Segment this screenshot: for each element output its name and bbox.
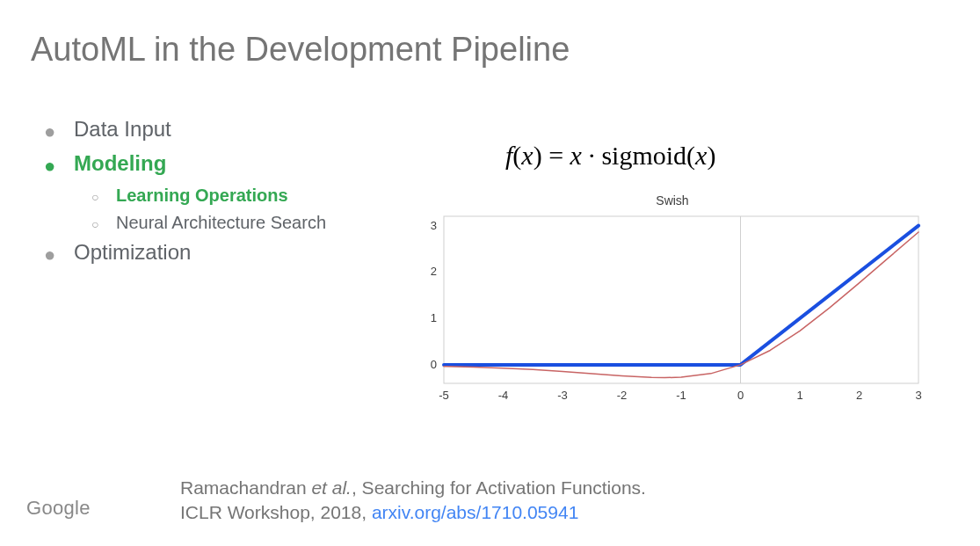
svg-text:-5: -5 xyxy=(439,389,449,402)
svg-text:3: 3 xyxy=(915,389,921,402)
bullet-label: Learning Operations xyxy=(116,183,288,208)
formula: f(x) = x · sigmoid(x) xyxy=(505,141,715,171)
bullet-label: Optimization xyxy=(74,237,191,268)
formula-eq: ) = xyxy=(534,141,570,170)
bullet-label: Neural Architecture Search xyxy=(116,210,326,236)
chart-plot: -5-4-3-2-101230123 xyxy=(417,211,927,404)
svg-rect-0 xyxy=(444,216,918,383)
subbullet-learning-operations: ○ Learning Operations xyxy=(91,183,326,208)
bullet-list: ● Data Input ● Modeling ○ Learning Opera… xyxy=(44,114,326,271)
bullet-label: Modeling xyxy=(74,149,166,179)
formula-sigmoid: sigmoid xyxy=(601,141,686,170)
subbullet-neural-architecture-search: ○ Neural Architecture Search xyxy=(91,210,326,236)
svg-text:-4: -4 xyxy=(498,389,509,402)
bullet-optimization: ● Optimization xyxy=(44,237,326,268)
bullet-ring-icon: ○ xyxy=(91,215,116,233)
citation-etal: et al. xyxy=(311,477,352,498)
svg-text:-1: -1 xyxy=(676,389,686,402)
citation-link[interactable]: arxiv.org/abs/1710.05941 xyxy=(372,502,578,522)
chart: Swish -5-4-3-2-101230123 xyxy=(417,193,927,404)
svg-text:-2: -2 xyxy=(617,389,628,402)
formula-x2: x xyxy=(570,141,582,170)
svg-text:1: 1 xyxy=(796,389,802,402)
svg-text:2: 2 xyxy=(431,265,437,278)
bullet-label: Data Input xyxy=(74,114,171,145)
bullet-dot-icon: ● xyxy=(44,118,74,146)
google-logo: Google xyxy=(26,497,91,520)
formula-x3: x xyxy=(695,141,707,170)
citation-authors: Ramachandran xyxy=(180,477,311,498)
chart-title: Swish xyxy=(417,193,927,207)
citation: Ramachandran et al., Searching for Activ… xyxy=(180,476,646,524)
bullet-data-input: ● Data Input xyxy=(44,114,326,145)
bullet-ring-icon: ○ xyxy=(91,188,116,206)
svg-text:2: 2 xyxy=(856,389,862,402)
svg-text:0: 0 xyxy=(431,358,437,371)
formula-paren2: ( xyxy=(686,141,695,170)
formula-paren: ( xyxy=(512,141,521,170)
slide-title: AutoML in the Development Pipeline xyxy=(31,31,570,69)
bullet-dot-icon: ● xyxy=(44,152,74,180)
bullet-modeling: ● Modeling xyxy=(44,149,326,179)
citation-title: , Searching for Activation Functions. xyxy=(352,477,646,498)
svg-text:3: 3 xyxy=(431,219,437,232)
citation-venue: ICLR Workshop, 2018, xyxy=(180,502,372,522)
formula-dot: · xyxy=(582,141,602,170)
formula-x: x xyxy=(521,141,533,170)
formula-paren3: ) xyxy=(707,141,715,170)
svg-text:1: 1 xyxy=(431,311,437,324)
svg-text:0: 0 xyxy=(737,389,744,402)
svg-text:-3: -3 xyxy=(557,389,568,402)
bullet-dot-icon: ● xyxy=(44,241,74,269)
